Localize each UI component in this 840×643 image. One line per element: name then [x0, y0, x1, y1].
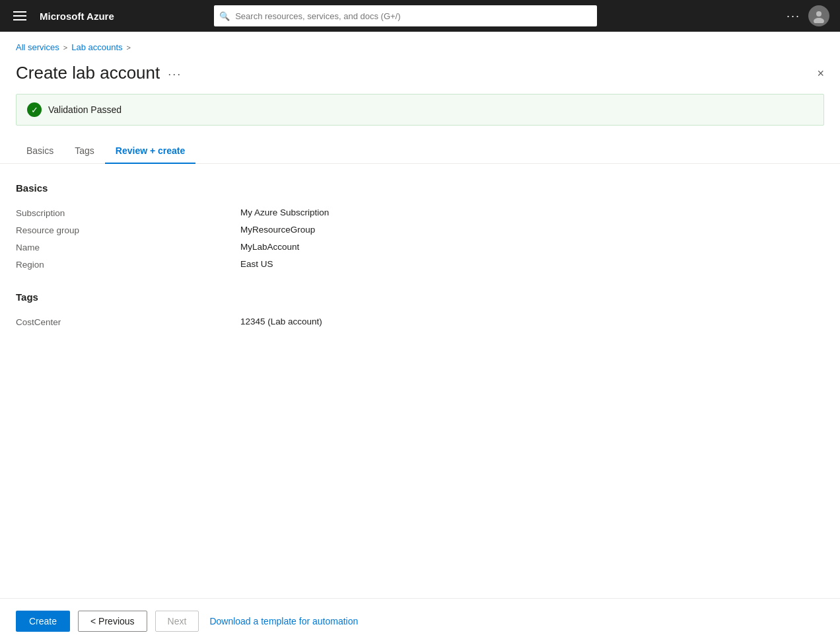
tags-section: Tags CostCenter 12345 (Lab account) — [0, 291, 840, 330]
region-value: East US — [240, 259, 273, 269]
field-name: Name MyLabAccount — [16, 239, 824, 256]
page-more-button[interactable]: ··· — [168, 67, 182, 81]
close-button[interactable]: × — [817, 67, 824, 79]
field-cost-center: CostCenter 12345 (Lab account) — [16, 313, 824, 330]
validation-banner: ✓ Validation Passed — [16, 94, 824, 126]
user-avatar[interactable] — [808, 5, 829, 26]
subscription-label: Subscription — [16, 208, 240, 218]
basics-heading: Basics — [16, 182, 824, 194]
field-resource-group: Resource group MyResourceGroup — [16, 221, 824, 239]
region-label: Region — [16, 259, 240, 270]
footer: Create < Previous Next Download a templa… — [0, 598, 840, 643]
validation-text: Validation Passed — [48, 104, 122, 115]
name-value: MyLabAccount — [240, 242, 299, 252]
tags-heading: Tags — [16, 291, 824, 303]
download-template-link[interactable]: Download a template for automation — [209, 616, 358, 626]
cost-center-label: CostCenter — [16, 317, 240, 327]
resource-group-label: Resource group — [16, 225, 240, 235]
brand-logo: Microsoft Azure — [40, 11, 114, 22]
svg-point-0 — [816, 11, 822, 17]
svg-point-1 — [814, 18, 824, 23]
tab-tags[interactable]: Tags — [64, 139, 105, 164]
search-bar-container: 🔍 — [214, 5, 597, 26]
tab-bar: Basics Tags Review + create — [0, 139, 840, 164]
breadcrumb-sep-1: > — [63, 44, 67, 52]
previous-button[interactable]: < Previous — [78, 611, 147, 632]
search-input[interactable] — [214, 5, 597, 26]
cost-center-value: 12345 (Lab account) — [240, 317, 322, 326]
page-title: Create lab account — [16, 63, 160, 83]
tab-review-create[interactable]: Review + create — [105, 139, 195, 164]
name-label: Name — [16, 242, 240, 252]
top-navigation: Microsoft Azure 🔍 ··· — [0, 0, 840, 32]
breadcrumb: All services > Lab accounts > — [0, 32, 840, 57]
search-icon: 🔍 — [219, 11, 230, 21]
hamburger-menu[interactable] — [11, 9, 29, 23]
resource-group-value: MyResourceGroup — [240, 225, 315, 235]
basics-section: Basics Subscription My Azure Subscriptio… — [0, 182, 840, 273]
breadcrumb-sep-2: > — [127, 44, 131, 52]
subscription-value: My Azure Subscription — [240, 208, 329, 217]
breadcrumb-all-services[interactable]: All services — [16, 42, 59, 52]
create-button[interactable]: Create — [16, 611, 70, 632]
field-region: Region East US — [16, 256, 824, 273]
page-header: Create lab account ··· × — [0, 57, 840, 94]
validation-check-icon: ✓ — [27, 102, 42, 117]
breadcrumb-lab-accounts[interactable]: Lab accounts — [71, 42, 122, 52]
tab-basics[interactable]: Basics — [16, 139, 64, 164]
main-content: All services > Lab accounts > Create lab… — [0, 32, 840, 643]
topnav-right-area: ··· — [787, 5, 829, 26]
next-button: Next — [155, 611, 199, 632]
field-subscription: Subscription My Azure Subscription — [16, 204, 824, 221]
topnav-more-button[interactable]: ··· — [787, 9, 800, 23]
